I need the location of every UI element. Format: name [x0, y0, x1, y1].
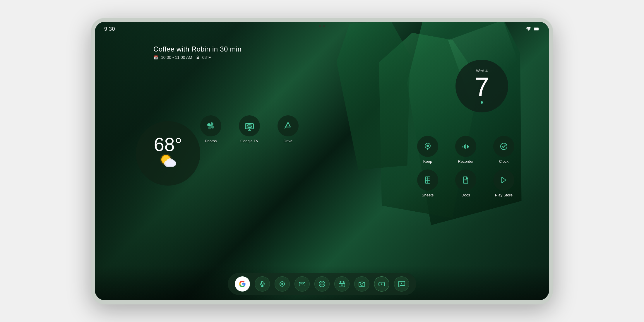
svg-rect-19 [463, 146, 463, 148]
drive-icon-bg [278, 115, 299, 136]
svg-point-45 [321, 283, 323, 285]
svg-point-10 [170, 160, 176, 166]
dock-messages[interactable] [394, 276, 409, 292]
weather-icon [158, 153, 178, 172]
photos-icon [205, 121, 216, 131]
lens-icon [279, 280, 286, 287]
svg-point-17 [427, 145, 429, 147]
svg-rect-21 [465, 144, 466, 149]
app-photos[interactable]: Photos [200, 115, 221, 143]
status-time: 9:30 [104, 26, 115, 32]
clock-app-icon [499, 142, 508, 151]
right-app-grid: Keep Recorder [415, 136, 517, 197]
calendar-event-icon: 📅 [153, 55, 158, 60]
app-playstore[interactable]: Play Store [491, 169, 517, 197]
wifi-icon [526, 27, 532, 31]
svg-line-50 [319, 285, 321, 285]
status-icons [526, 27, 540, 31]
chrome-icon [318, 280, 326, 287]
app-sheets[interactable]: Sheets [415, 169, 441, 197]
playstore-icon-bg [493, 169, 514, 191]
dock-mic[interactable] [255, 276, 270, 292]
tablet-screen: 9:30 Coffee with Robin in 30 min [95, 22, 549, 300]
weather-widget[interactable]: 68° [136, 121, 200, 186]
google-icon [239, 280, 246, 287]
app-keep[interactable]: Keep [415, 136, 441, 164]
event-weather-icon: 🌤 [195, 55, 199, 60]
docs-icon-bg [455, 169, 476, 191]
svg-rect-23 [468, 146, 469, 148]
messages-icon [398, 280, 405, 287]
photos-label: Photos [205, 139, 217, 143]
event-time: 10:00 - 11:00 AM [161, 55, 192, 60]
clock-dot [481, 101, 483, 104]
app-recorder[interactable]: Recorder [453, 136, 479, 164]
playstore-icon [499, 176, 508, 184]
recorder-icon-bg [455, 136, 476, 157]
svg-point-38 [281, 283, 283, 285]
tv-icon [244, 121, 255, 131]
svg-line-51 [319, 282, 321, 283]
keep-icon [423, 142, 432, 151]
svg-point-0 [528, 30, 529, 31]
event-title: Coffee with Robin in 30 min [153, 45, 242, 53]
recorder-icon [461, 142, 470, 151]
keep-icon-bg [417, 136, 438, 157]
app-drive[interactable]: Drive [278, 115, 299, 143]
keep-label: Keep [423, 159, 432, 164]
app-clock[interactable]: Clock [491, 136, 517, 164]
svg-rect-22 [467, 145, 468, 148]
svg-rect-25 [425, 177, 430, 183]
drive-label: Drive [284, 139, 292, 143]
drive-icon [283, 121, 293, 131]
docs-label: Docs [461, 193, 470, 197]
tv-label: Google TV [240, 139, 258, 143]
app-docs[interactable]: Docs [453, 169, 479, 197]
dock-lens[interactable] [275, 276, 290, 292]
event-details: 📅 10:00 - 11:00 AM 🌤 68°F [153, 55, 242, 60]
svg-marker-32 [502, 177, 506, 183]
dock-gmail[interactable] [294, 276, 310, 292]
sheets-label: Sheets [422, 193, 434, 197]
dock-youtube[interactable] [374, 276, 389, 292]
event-widget[interactable]: Coffee with Robin in 30 min 📅 10:00 - 11… [153, 45, 242, 60]
clock-label: Clock [499, 159, 509, 164]
tv-icon-bg [239, 115, 260, 136]
photos-icon-bg [200, 115, 221, 136]
svg-point-57 [361, 283, 363, 285]
svg-marker-59 [381, 283, 383, 285]
docs-icon [461, 176, 470, 184]
sheets-icon-bg [417, 169, 438, 191]
recorder-label: Recorder [458, 159, 473, 164]
battery-icon [534, 27, 540, 31]
status-bar: 9:30 [95, 22, 549, 36]
clock-number: 7 [475, 74, 489, 100]
dock-google[interactable] [235, 276, 250, 292]
tablet-device: 9:30 Coffee with Robin in 30 min [91, 18, 553, 304]
playstore-label: Play Store [495, 193, 513, 197]
svg-rect-34 [261, 281, 263, 284]
sheets-icon [423, 176, 432, 184]
dock: 31 [228, 273, 416, 295]
svg-rect-3 [539, 28, 539, 30]
svg-line-48 [323, 285, 325, 285]
dock-chrome[interactable] [314, 276, 330, 292]
gmail-icon [299, 280, 306, 287]
dock-camera[interactable] [354, 276, 369, 292]
weather-temperature: 68° [154, 135, 182, 154]
svg-text:31: 31 [341, 284, 343, 286]
event-temp: 68°F [202, 55, 211, 60]
youtube-icon [378, 280, 385, 287]
top-app-row: Photos Google [200, 115, 299, 143]
clock-icon-bg [493, 136, 514, 157]
calendar-icon: 31 [338, 280, 345, 287]
clock-widget[interactable]: Wed 4 7 [455, 60, 508, 112]
svg-rect-20 [464, 145, 465, 148]
svg-line-47 [323, 282, 325, 283]
mic-icon [259, 280, 266, 287]
dock-calendar[interactable]: 31 [334, 276, 350, 292]
camera-icon [358, 280, 365, 287]
svg-rect-2 [534, 28, 538, 30]
app-google-tv[interactable]: Google TV [239, 115, 260, 143]
